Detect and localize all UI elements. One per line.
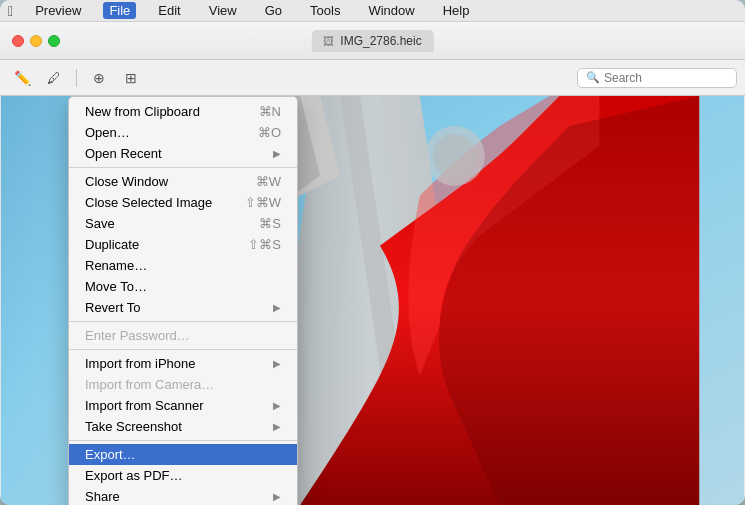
app-window:  Preview File Edit View Go Tools Window… xyxy=(0,0,745,505)
maximize-button[interactable] xyxy=(48,35,60,47)
search-input[interactable] xyxy=(604,71,728,85)
menu-item-duplicate[interactable]: Duplicate ⇧⌘S xyxy=(69,234,297,255)
file-menu-dropdown: New from Clipboard ⌘N Open… ⌘O Open Rece… xyxy=(68,96,298,505)
menu-item-import-camera: Import from Camera… xyxy=(69,374,297,395)
search-box[interactable]: 🔍 xyxy=(577,68,737,88)
close-button[interactable] xyxy=(12,35,24,47)
menu-preview[interactable]: Preview xyxy=(29,2,87,19)
crop-btn[interactable]: ⊞ xyxy=(117,66,145,90)
menu-item-new-clipboard[interactable]: New from Clipboard ⌘N xyxy=(69,101,297,122)
title-bar: 🖼 IMG_2786.heic xyxy=(0,22,745,60)
window-tab[interactable]: 🖼 IMG_2786.heic xyxy=(311,30,433,52)
menu-item-rename[interactable]: Rename… xyxy=(69,255,297,276)
menu-item-open[interactable]: Open… ⌘O xyxy=(69,122,297,143)
menu-item-export[interactable]: Export… xyxy=(69,444,297,465)
search-icon: 🔍 xyxy=(586,71,600,84)
menu-item-export-pdf[interactable]: Export as PDF… xyxy=(69,465,297,486)
menu-item-save[interactable]: Save ⌘S xyxy=(69,213,297,234)
menu-item-share[interactable]: Share ▶ xyxy=(69,486,297,505)
menu-separator-2 xyxy=(69,321,297,322)
menu-item-open-recent[interactable]: Open Recent ▶ xyxy=(69,143,297,164)
menu-tools[interactable]: Tools xyxy=(304,2,346,19)
toolbar: ✏️ 🖊 ⊕ ⊞ 🔍 xyxy=(0,60,745,96)
menu-go[interactable]: Go xyxy=(259,2,288,19)
adjust-btn[interactable]: ⊕ xyxy=(85,66,113,90)
menu-item-close-window[interactable]: Close Window ⌘W xyxy=(69,171,297,192)
markup-btn[interactable]: ✏️ xyxy=(8,66,36,90)
menu-view[interactable]: View xyxy=(203,2,243,19)
menu-separator-3 xyxy=(69,349,297,350)
menu-edit[interactable]: Edit xyxy=(152,2,186,19)
menu-item-enter-password: Enter Password… xyxy=(69,325,297,346)
toolbar-separator-1 xyxy=(76,69,77,87)
menu-separator-1 xyxy=(69,167,297,168)
file-icon: 🖼 xyxy=(323,35,334,47)
minimize-button[interactable] xyxy=(30,35,42,47)
svg-point-7 xyxy=(433,134,477,178)
menu-item-move-to[interactable]: Move To… xyxy=(69,276,297,297)
traffic-lights xyxy=(12,35,60,47)
menu-separator-4 xyxy=(69,440,297,441)
pen-btn[interactable]: 🖊 xyxy=(40,66,68,90)
content-area: New from Clipboard ⌘N Open… ⌘O Open Rece… xyxy=(0,96,745,505)
menu-item-revert[interactable]: Revert To ▶ xyxy=(69,297,297,318)
menu-window[interactable]: Window xyxy=(362,2,420,19)
menu-help[interactable]: Help xyxy=(437,2,476,19)
menu-item-import-iphone[interactable]: Import from iPhone ▶ xyxy=(69,353,297,374)
tab-title: IMG_2786.heic xyxy=(340,34,421,48)
menu-item-close-selected[interactable]: Close Selected Image ⇧⌘W xyxy=(69,192,297,213)
menu-item-take-screenshot[interactable]: Take Screenshot ▶ xyxy=(69,416,297,437)
apple-menu[interactable]:  xyxy=(8,3,13,19)
menu-item-import-scanner[interactable]: Import from Scanner ▶ xyxy=(69,395,297,416)
menu-file[interactable]: File xyxy=(103,2,136,19)
menu-bar:  Preview File Edit View Go Tools Window… xyxy=(0,0,745,22)
